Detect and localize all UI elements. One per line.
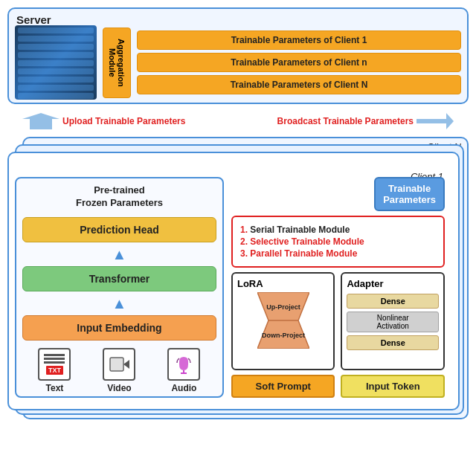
main-container: Server Aggregation Module Trainable Para… bbox=[0, 0, 476, 458]
server-image bbox=[15, 25, 97, 100]
adapter-box: Adapter Dense Nonlinear Activation Dense bbox=[341, 272, 445, 370]
client-1-border: Client 1 Pre-trainedFrozen Parameters Pr… bbox=[7, 152, 460, 410]
broadcast-arrow-icon bbox=[416, 113, 454, 129]
pretrained-label: Pre-trainedFrozen Parameters bbox=[22, 184, 216, 210]
trainable-param-item-1: Trainable Parameters of Client 1 bbox=[137, 30, 461, 50]
svg-text:Up-Project: Up-Project bbox=[266, 303, 300, 311]
serial-box: 1. Serial Trainable Module 2. Selective … bbox=[231, 216, 445, 268]
aggregation-box: Aggregation Module bbox=[103, 28, 131, 98]
serial-number-2: 2. bbox=[240, 236, 250, 247]
client-inner-content: Pre-trainedFrozen Parameters Prediction … bbox=[15, 177, 445, 398]
text-media-item: TXT Text bbox=[38, 348, 71, 393]
input-token-box: Input Token bbox=[341, 375, 445, 398]
serial-item-2: 2. Selective Trainable Module bbox=[240, 236, 436, 247]
audio-icon bbox=[167, 348, 200, 381]
video-icon bbox=[103, 348, 135, 381]
server-label: Server bbox=[16, 13, 51, 26]
trainable-param-item-2: Trainable Parameters of Client n bbox=[137, 53, 461, 72]
upload-label: Upload Trainable Parameters bbox=[22, 113, 185, 129]
adapter-title: Adapter bbox=[347, 278, 439, 289]
svg-rect-2 bbox=[110, 358, 123, 371]
right-panel: Trainable Parameters 1. Serial Trainable… bbox=[231, 177, 445, 398]
arrows-row: Upload Trainable Parameters Broadcast Tr… bbox=[7, 110, 469, 132]
trainable-param-item-3: Trainable Parameters of Client N bbox=[137, 75, 461, 94]
adapter-nonlinear: Nonlinear Activation bbox=[347, 312, 439, 332]
svg-text:Down-Project: Down-Project bbox=[262, 332, 305, 339]
serial-number-3: 3. bbox=[240, 248, 250, 259]
svg-marker-1 bbox=[416, 113, 454, 129]
down-project-shape: Down-Project bbox=[257, 320, 309, 349]
svg-marker-3 bbox=[123, 360, 129, 369]
lora-box: LoRA Up-Project Down-Project bbox=[231, 272, 335, 370]
adapter-dense-1: Dense bbox=[347, 294, 439, 309]
video-label: Video bbox=[107, 383, 131, 393]
left-panel: Pre-trainedFrozen Parameters Prediction … bbox=[15, 177, 224, 398]
audio-label: Audio bbox=[171, 383, 196, 393]
svg-marker-0 bbox=[22, 113, 60, 129]
upload-arrow-icon bbox=[22, 113, 60, 129]
serial-item-3: 3. Parallel Trainable Module bbox=[240, 248, 436, 259]
serial-item-1: 1. Serial Trainable Module bbox=[240, 225, 436, 235]
serial-number-1: 1. bbox=[240, 225, 250, 235]
trainable-params-box: Trainable Parameters bbox=[374, 177, 445, 211]
lora-title: LoRA bbox=[237, 278, 263, 289]
up-project-shape: Up-Project bbox=[257, 292, 309, 320]
prediction-transformer-arrow: ▲ bbox=[22, 247, 216, 262]
trainable-params-list: Trainable Parameters of Client 1 Trainab… bbox=[137, 30, 461, 94]
transformer-embedding-arrow: ▲ bbox=[22, 296, 216, 311]
server-section: Server Aggregation Module Trainable Para… bbox=[7, 7, 469, 104]
text-icon: TXT bbox=[38, 348, 71, 381]
video-media-item: Video bbox=[103, 348, 135, 393]
text-label: Text bbox=[46, 383, 64, 393]
modules-row: LoRA Up-Project Down-Project bbox=[231, 272, 445, 370]
input-embedding-box: Input Embedding bbox=[22, 315, 216, 341]
clients-stack: Client N Client n Client 1 Pre-trainedFr… bbox=[7, 137, 469, 419]
media-icons-row: TXT Text bbox=[22, 345, 216, 393]
adapter-dense-2: Dense bbox=[347, 335, 439, 350]
transformer-box: Transformer bbox=[22, 266, 216, 291]
audio-media-item: Audio bbox=[167, 348, 200, 393]
prediction-head-box: Prediction Head bbox=[22, 217, 216, 242]
bottom-row: Soft Prompt Input Token bbox=[231, 375, 445, 398]
broadcast-label: Broadcast Trainable Parameters bbox=[277, 113, 454, 129]
txt-badge: TXT bbox=[46, 366, 63, 375]
soft-prompt-box: Soft Prompt bbox=[231, 375, 335, 398]
